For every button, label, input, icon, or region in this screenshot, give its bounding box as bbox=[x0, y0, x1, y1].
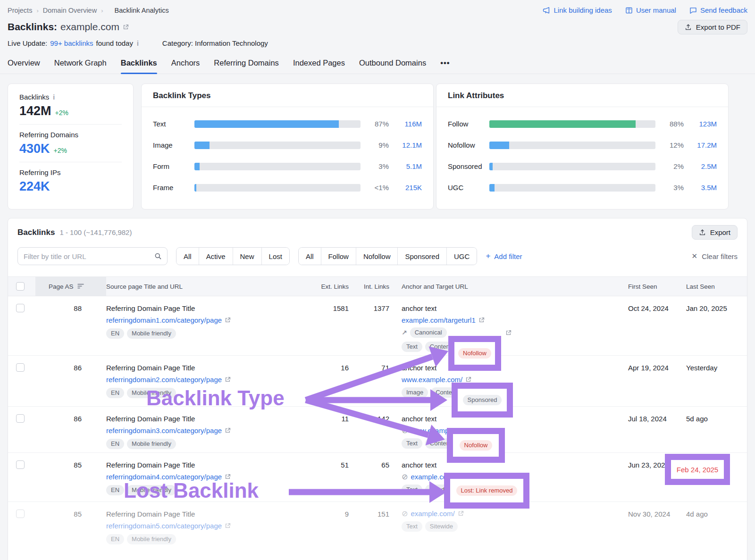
external-link-icon[interactable] bbox=[458, 510, 464, 517]
external-link-icon[interactable] bbox=[123, 24, 129, 30]
bar-count-link[interactable]: 215K bbox=[394, 184, 422, 192]
filter-status-lost[interactable]: Lost bbox=[261, 248, 289, 265]
filter-attr-ugc[interactable]: UGC bbox=[446, 248, 477, 265]
chevron-right-icon: › bbox=[36, 7, 38, 14]
external-link-icon[interactable] bbox=[225, 317, 231, 323]
tab-referring-domains[interactable]: Referring Domains bbox=[214, 59, 279, 74]
bar-fill bbox=[489, 163, 493, 170]
bar-count-link[interactable]: 17.2M bbox=[688, 141, 717, 149]
bar-percent: 12% bbox=[660, 141, 684, 149]
external-link-icon[interactable] bbox=[465, 376, 471, 383]
source-url-link[interactable]: referringdomain5.com/category/page bbox=[106, 522, 222, 530]
row-checkbox[interactable] bbox=[16, 363, 25, 372]
canonical-badge: Canonical bbox=[410, 327, 447, 338]
backlink-types-title: Backlink Types bbox=[142, 84, 433, 107]
bar-percent: 2% bbox=[660, 162, 684, 170]
int-links-value: 1377 bbox=[357, 304, 398, 313]
table-row: 86Referring Domain Page Titlereferringdo… bbox=[8, 407, 747, 453]
stat-label: Referring IPs bbox=[19, 168, 122, 176]
bar-track bbox=[489, 184, 655, 192]
bar-count-link[interactable]: 123M bbox=[688, 120, 717, 128]
external-link-icon[interactable] bbox=[478, 317, 485, 323]
source-url-link[interactable]: referringdomain3.com/category/page bbox=[106, 426, 222, 435]
row-checkbox[interactable] bbox=[16, 510, 25, 518]
filter-attr-follow[interactable]: Follow bbox=[321, 248, 356, 265]
source-page-title: Referring Domain Page Title bbox=[106, 363, 317, 372]
header-link-user-manual[interactable]: User manual bbox=[625, 6, 676, 14]
more-tabs-button[interactable]: ••• bbox=[440, 59, 450, 74]
bar-count-link[interactable]: 12.1M bbox=[394, 141, 422, 149]
live-update-link[interactable]: 99+ backlinks bbox=[50, 39, 93, 47]
source-url-link[interactable]: referringdomain2.com/category/page bbox=[106, 376, 222, 384]
page-as-value: 85 bbox=[35, 460, 106, 470]
bar-percent: 3% bbox=[365, 162, 389, 170]
filter-input[interactable] bbox=[18, 252, 149, 260]
stat-referring-ips: Referring IPs224K bbox=[19, 162, 122, 200]
tab-indexed-pages[interactable]: Indexed Pages bbox=[293, 59, 345, 74]
tab-overview[interactable]: Overview bbox=[8, 59, 40, 74]
row-checkbox[interactable] bbox=[16, 304, 25, 312]
table-title: Backlinks bbox=[17, 228, 55, 237]
anchor-target-cell: anchor textexample.com/targeturl1↗Canoni… bbox=[398, 304, 621, 352]
column-header-int-links[interactable]: Int. Links bbox=[357, 283, 398, 290]
filter-attr-all[interactable]: All bbox=[299, 248, 321, 265]
external-link-icon[interactable] bbox=[512, 474, 519, 480]
export-button[interactable]: Export bbox=[692, 225, 738, 240]
tab-backlinks[interactable]: Backlinks bbox=[121, 59, 157, 74]
row-checkbox[interactable] bbox=[16, 460, 25, 469]
bar-row-form: Form3%5.1M bbox=[153, 156, 422, 177]
info-icon[interactable]: i bbox=[137, 40, 139, 47]
add-filter-button[interactable]: + Add filter bbox=[486, 251, 522, 261]
breadcrumb-item[interactable]: Domain Overview bbox=[43, 7, 97, 14]
external-link-icon[interactable] bbox=[225, 427, 231, 434]
header-link-label: User manual bbox=[636, 6, 676, 14]
external-link-icon[interactable] bbox=[505, 330, 512, 336]
bar-count-link[interactable]: 2.5M bbox=[688, 162, 717, 170]
column-header-anchor[interactable]: Anchor and Target URL bbox=[398, 283, 621, 290]
breadcrumb-item[interactable]: Projects bbox=[8, 7, 32, 14]
target-url-link[interactable]: example.com/link-to-your-event bbox=[411, 473, 509, 481]
tab-network-graph[interactable]: Network Graph bbox=[54, 59, 107, 74]
anchor-target-cell: anchor text⊘www.example.com/TextContent bbox=[398, 414, 621, 449]
export-to-pdf-button[interactable]: Export to PDF bbox=[678, 20, 747, 34]
source-url-link[interactable]: referringdomain4.com/category/page bbox=[106, 473, 222, 481]
column-header-ext-links[interactable]: Ext. Links bbox=[317, 283, 357, 290]
external-link-icon[interactable] bbox=[225, 474, 231, 480]
search-icon[interactable] bbox=[149, 248, 167, 265]
bar-count-link[interactable]: 116M bbox=[394, 120, 422, 128]
column-header-source[interactable]: Source page Title and URL bbox=[106, 283, 317, 290]
external-link-icon[interactable] bbox=[225, 376, 231, 383]
source-tags: ENMobile friendly bbox=[106, 534, 317, 544]
column-header-page-as[interactable]: Page AS bbox=[35, 277, 106, 296]
header-link-send-feedback[interactable]: Send feedback bbox=[689, 6, 747, 14]
bar-percent: 88% bbox=[660, 120, 684, 128]
tab-anchors[interactable]: Anchors bbox=[171, 59, 200, 74]
source-url-line: referringdomain2.com/category/page bbox=[106, 376, 317, 384]
column-header-first-seen[interactable]: First Seen bbox=[621, 283, 679, 290]
target-url-link[interactable]: example.com/targeturl1 bbox=[402, 316, 476, 324]
row-checkbox[interactable] bbox=[16, 414, 25, 423]
info-icon[interactable]: i bbox=[53, 93, 55, 101]
filter-status-active[interactable]: Active bbox=[199, 248, 233, 265]
filter-status-new[interactable]: New bbox=[233, 248, 261, 265]
source-url-line: referringdomain1.com/category/page bbox=[106, 316, 317, 324]
select-all-checkbox[interactable] bbox=[16, 282, 25, 291]
target-url-link[interactable]: www.example.com/ bbox=[402, 376, 462, 384]
filter-attr-sponsored[interactable]: Sponsored bbox=[397, 248, 446, 265]
external-link-icon[interactable] bbox=[225, 523, 231, 529]
redirect-icon: ↗ bbox=[402, 329, 407, 336]
external-link-icon[interactable] bbox=[475, 427, 481, 434]
bar-count-link[interactable]: 5.1M bbox=[394, 162, 422, 170]
tab-outbound-domains[interactable]: Outbound Domains bbox=[359, 59, 426, 74]
chevron-right-icon: › bbox=[101, 7, 103, 14]
column-header-last-seen[interactable]: Last Seen bbox=[679, 283, 729, 290]
target-url-link[interactable]: example.com/ bbox=[411, 510, 454, 518]
target-url-link[interactable]: www.example.com/ bbox=[411, 426, 471, 435]
source-url-link[interactable]: referringdomain1.com/category/page bbox=[106, 316, 222, 324]
filter-status-all[interactable]: All bbox=[176, 248, 199, 265]
target-url-line: ⊘example.com/ bbox=[402, 510, 621, 518]
clear-filters-button[interactable]: ✕ Clear filters bbox=[692, 252, 738, 260]
header-link-link-building-ideas[interactable]: Link building ideas bbox=[543, 6, 612, 14]
bar-count-link[interactable]: 3.5M bbox=[688, 184, 717, 192]
filter-attr-nofollow[interactable]: Nofollow bbox=[356, 248, 398, 265]
